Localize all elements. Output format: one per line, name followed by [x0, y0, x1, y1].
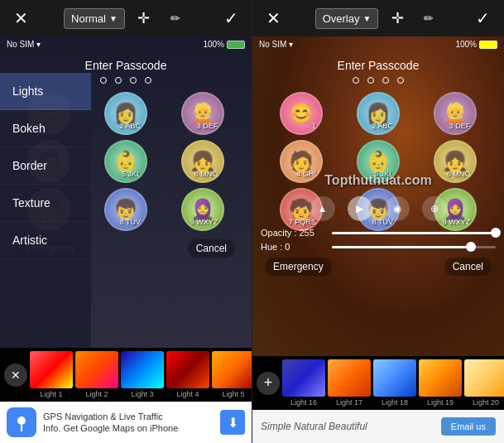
right-move-icon[interactable]: ✛ — [385, 9, 410, 27]
right-strip-item-20[interactable]: Light 20 — [464, 359, 504, 407]
left-move-icon[interactable]: ✛ — [132, 9, 156, 27]
num-circle-3[interactable]: 👱 3 DEF — [181, 92, 224, 135]
hue-fill — [332, 246, 471, 248]
strip-thumb-3 — [121, 351, 164, 388]
right-num-circle-1[interactable]: 😊 1 — [280, 92, 323, 135]
right-strip-thumb-17 — [328, 359, 371, 397]
menu-item-texture[interactable]: Texture — [0, 185, 91, 222]
right-num-circle-6[interactable]: 👧 6 MNO — [434, 140, 477, 183]
hue-slider[interactable] — [332, 246, 496, 248]
banner-line1: GPS Navigation & Live Traffic — [43, 411, 214, 422]
menu-item-artistic[interactable]: Artistic — [0, 222, 91, 259]
strip-thumb-2 — [75, 351, 118, 388]
strip-item-2[interactable]: Light 2 — [75, 351, 118, 398]
strip-thumb-1 — [30, 351, 73, 388]
menu-item-border[interactable]: Border — [0, 147, 91, 185]
right-passcode-area: Enter Passcode — [252, 52, 504, 87]
blend-play-icon[interactable]: ▶ — [348, 196, 372, 221]
left-edit-icon[interactable]: ✏ — [163, 12, 188, 25]
triangle-icon: ▲ — [318, 203, 328, 214]
right-mode-label: Overlay — [323, 12, 360, 25]
strip-item-3[interactable]: Light 3 — [121, 351, 164, 398]
right-confirm-button[interactable]: ✓ — [471, 8, 496, 28]
right-battery-icon — [479, 41, 497, 49]
strip-item-1[interactable]: Light 1 — [30, 351, 73, 398]
right-dot-4 — [397, 77, 404, 84]
num-circle-2[interactable]: 👩 2 ABC — [104, 92, 147, 135]
right-strip-item-18[interactable]: Light 18 — [373, 359, 416, 407]
right-mode-dropdown[interactable]: Overlay ▼ — [315, 8, 379, 29]
opacity-slider[interactable] — [332, 232, 496, 234]
strip-item-5[interactable]: Light 5 — [212, 351, 252, 398]
right-edit-icon[interactable]: ✏ — [416, 12, 441, 25]
strip-item-4[interactable]: Light 4 — [166, 351, 209, 398]
right-cancel-button[interactable]: Cancel — [444, 258, 492, 276]
hue-thumb[interactable] — [466, 242, 476, 252]
strip-thumb-4 — [166, 351, 209, 388]
controls-row: ▲ ▶ ◉ ⊕ Opacity : 255 — [252, 196, 504, 277]
right-close-button[interactable]: ✕ — [261, 8, 286, 28]
blend-add-icon[interactable]: ⊕ — [422, 196, 447, 221]
opacity-thumb[interactable] — [491, 228, 501, 238]
right-passcode-title: Enter Passcode — [252, 59, 504, 72]
right-strip-label-19: Light 19 — [419, 398, 462, 407]
right-emergency-button[interactable]: Emergency — [265, 258, 332, 276]
right-strip-item-19[interactable]: Light 19 — [419, 359, 462, 407]
right-strip-thumb-20 — [464, 359, 504, 397]
opacity-fill — [332, 232, 496, 234]
right-strip-label-20: Light 20 — [464, 398, 504, 407]
menu-item-bokeh[interactable]: Bokeh — [0, 110, 91, 147]
opacity-label: Opacity : 255 — [261, 228, 327, 238]
right-banner: Simple Natural Beautiful Email us — [252, 410, 504, 443]
num-circle-6[interactable]: 👧 6 MNO — [181, 140, 224, 183]
blend-triangle-icon[interactable]: ▲ — [310, 196, 335, 221]
right-num-circle-3[interactable]: 👱 3 DEF — [434, 92, 477, 135]
right-num-circle-5[interactable]: 👶 5 JKL — [357, 140, 400, 183]
right-num-circle-4[interactable]: 🧑 4 GHI — [280, 140, 323, 183]
strip-label-3: Light 3 — [121, 390, 164, 398]
strip-label-5: Light 5 — [212, 390, 252, 398]
strip-label-4: Light 4 — [166, 390, 209, 398]
right-phone-bottom: Emergency Cancel — [261, 256, 496, 277]
left-menu-overlay: Lights Bokeh Border Texture Artistic — [0, 73, 91, 348]
left-dot-3 — [130, 77, 137, 84]
blend-circle-icon[interactable]: ◉ — [385, 196, 410, 221]
num-label-6: 6 MNO — [194, 170, 218, 178]
left-carrier: No SIM ▾ — [7, 40, 41, 49]
add-circle-icon: ⊕ — [430, 203, 439, 214]
num-label-3: 3 DEF — [197, 122, 218, 130]
right-dot-2 — [367, 77, 374, 84]
right-topbar-center: Overlay ▼ ✛ ✏ — [315, 8, 442, 29]
banner-download-button[interactable]: ⬇ — [220, 410, 245, 435]
play-icon: ▶ — [356, 203, 363, 214]
right-num-label-6: 6 MNO — [447, 170, 471, 178]
strip-close-button[interactable]: ✕ — [4, 364, 27, 387]
right-strip-item-16[interactable]: Light 16 — [282, 359, 325, 407]
right-banner-text: Simple Natural Beautiful — [261, 421, 367, 432]
left-close-button[interactable]: ✕ — [8, 8, 33, 28]
maps-svg — [12, 413, 31, 431]
num-circle-9[interactable]: 🧕 9 WXYZ — [181, 188, 224, 231]
right-num-circle-2[interactable]: 👩 2 ABC — [357, 92, 400, 135]
email-button[interactable]: Email us — [441, 417, 496, 436]
hue-row: Hue : 0 — [261, 242, 496, 252]
num-circle-8[interactable]: 👦 8 TUV — [104, 188, 147, 231]
right-strip-item-17[interactable]: Light 17 — [328, 359, 371, 407]
left-battery-percent: 100% — [203, 40, 224, 49]
left-confirm-button[interactable]: ✓ — [218, 8, 243, 28]
right-passcode-dots — [252, 77, 504, 84]
left-mode-label: Normal — [71, 12, 106, 25]
right-panel: ✕ Overlay ▼ ✛ ✏ ✓ No SIM ▾ 100% — [252, 0, 504, 443]
right-strip-thumb-18 — [373, 359, 416, 397]
num-label-8: 8 TUV — [120, 218, 141, 226]
menu-item-lights[interactable]: Lights — [0, 73, 91, 110]
left-phone-screen: No SIM ▾ 100% Enter Passcode 😊 — [0, 36, 252, 348]
hue-label: Hue : 0 — [261, 242, 327, 252]
num-circle-5[interactable]: 👶 5 JKL — [104, 140, 147, 183]
right-num-label-4: 4 GHI — [296, 170, 316, 178]
left-passcode-title: Enter Passcode — [0, 59, 252, 72]
left-mode-dropdown[interactable]: Normal ▼ — [64, 8, 125, 29]
cancel-button[interactable]: Cancel — [188, 239, 235, 258]
strip-add-button[interactable]: + — [257, 372, 280, 395]
right-strip-label-17: Light 17 — [328, 398, 371, 407]
